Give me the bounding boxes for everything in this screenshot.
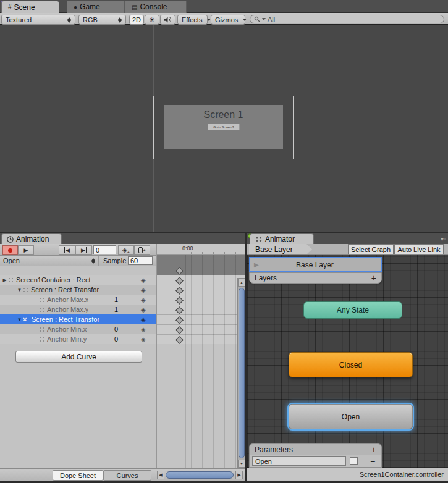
breadcrumb-base-layer[interactable]: Base Layer: [249, 244, 312, 254]
keyframe-toggle-icon[interactable]: ◈: [141, 316, 146, 323]
select-graph-button[interactable]: Select Graph: [348, 244, 394, 254]
draw-mode-label: Textured: [6, 16, 32, 23]
tab-scene[interactable]: # Scene: [1, 1, 59, 13]
scroll-up-button[interactable]: ▲: [238, 279, 245, 287]
rect-transform-icon: [23, 287, 28, 293]
animation-property-row[interactable]: Anchor Min.x0◈: [0, 324, 156, 334]
animation-property-row[interactable]: Anchor Max.y1◈: [0, 304, 156, 314]
keyframe-diamond[interactable]: [175, 336, 184, 344]
record-button[interactable]: [2, 245, 18, 255]
foldout-icon[interactable]: ▶: [1, 277, 8, 283]
layers-header[interactable]: Layers +: [249, 272, 382, 284]
animation-property-row[interactable]: ▶Screen1Container : Rect◈: [0, 275, 156, 285]
add-event-button[interactable]: +: [134, 245, 150, 255]
toolbar-spacer: [34, 245, 59, 255]
color-mode-label: RGB: [83, 16, 98, 23]
state-any-state[interactable]: Any State: [303, 301, 402, 319]
pane-menu-icon[interactable]: ▾≡: [441, 236, 446, 242]
scroll-left-button[interactable]: ◀: [157, 471, 164, 479]
tab-animator[interactable]: Animator: [250, 233, 314, 244]
add-layer-button[interactable]: +: [371, 273, 376, 283]
parameter-bool-checkbox[interactable]: [350, 457, 358, 465]
dopesheet-timeline[interactable]: 0:00 ▲ ▼: [156, 244, 245, 468]
parameters-header[interactable]: Parameters +: [249, 443, 382, 455]
keyframe-toggle-icon[interactable]: ◈: [141, 287, 146, 293]
search-value: All: [268, 15, 275, 23]
frame-field[interactable]: 0: [93, 245, 116, 254]
audio-toggle-button[interactable]: [160, 15, 175, 25]
keyframe-diamond[interactable]: [175, 326, 184, 334]
keyframe-toggle-icon[interactable]: ◈: [141, 296, 146, 303]
toggle-2d-button[interactable]: 2D: [129, 15, 144, 25]
prev-keyframe-button[interactable]: ◀: [59, 245, 75, 255]
animation-property-row[interactable]: Anchor Min.y0◈: [0, 334, 156, 344]
animator-window: Animator ▾≡ Base Layer Select Graph Auto…: [247, 233, 448, 481]
scene-search-input[interactable]: All: [250, 15, 444, 23]
state-closed-label: Closed: [339, 361, 362, 369]
property-value[interactable]: 0: [114, 326, 118, 333]
auto-live-link-button[interactable]: Auto Live Link: [394, 244, 444, 254]
layer-row-base-layer[interactable]: ▶ Base Layer: [249, 257, 382, 272]
keyframe-diamond[interactable]: [175, 277, 184, 285]
tab-game-label: Game: [80, 2, 100, 11]
add-parameter-button[interactable]: +: [371, 445, 376, 455]
foldout-icon[interactable]: ▼: [16, 287, 23, 293]
property-label: Anchor Min.x: [47, 326, 87, 333]
keyframe-toggle-icon[interactable]: ◈: [141, 277, 146, 284]
keyframe-toggle-icon[interactable]: ◈: [141, 306, 146, 313]
next-key-icon: ▶: [81, 247, 87, 253]
timeline-vscrollbar[interactable]: ▲ ▼: [237, 278, 245, 468]
scroll-right-button[interactable]: ▶: [235, 471, 243, 479]
play-button[interactable]: ▶: [18, 245, 34, 255]
draw-mode-dropdown[interactable]: Textured: [1, 15, 75, 25]
foldout-icon[interactable]: ▼: [16, 317, 23, 322]
state-closed[interactable]: Closed: [289, 352, 413, 377]
sun-icon: ☀: [149, 16, 155, 24]
keyframe-diamond[interactable]: [175, 296, 184, 304]
screen1-panel[interactable]: Screen 1 Go to Screen 2: [164, 105, 283, 149]
gizmos-dropdown[interactable]: Gizmos: [211, 15, 245, 25]
add-curve-button[interactable]: Add Curve: [15, 351, 142, 363]
animator-graph[interactable]: Any State Closed Open ▶ Base Layer Layer…: [247, 255, 448, 468]
keyframe-diamond[interactable]: [175, 287, 184, 295]
animation-window: Animation ▶ ◀ ▶ 0 ◈+ + Open Sample 60: [0, 233, 245, 481]
animation-property-row[interactable]: Anchor Max.x1◈: [0, 295, 156, 304]
property-label: Anchor Max.x: [47, 296, 88, 303]
tab-game[interactable]: ● Game: [67, 1, 125, 13]
tab-console[interactable]: ▤ Console: [125, 1, 187, 13]
add-keyframe-button[interactable]: ◈+: [118, 245, 134, 255]
chevron-down-icon: [243, 19, 247, 21]
scroll-down-button[interactable]: ▼: [238, 460, 245, 468]
property-value[interactable]: 1: [114, 306, 118, 313]
updown-icon: [91, 258, 95, 264]
keyframe-toggle-icon[interactable]: ◈: [141, 336, 146, 343]
tab-animation[interactable]: Animation: [1, 233, 62, 244]
curves-tab[interactable]: Curves: [103, 470, 151, 481]
color-mode-dropdown[interactable]: RGB: [78, 15, 126, 25]
lighting-toggle-button[interactable]: ☀: [145, 15, 159, 25]
scene-view[interactable]: Screen 1 Go to Screen 2: [0, 25, 448, 232]
property-label: Screen : Rect Transfor: [31, 286, 99, 293]
keyframe-diamond[interactable]: [175, 316, 184, 324]
next-keyframe-button[interactable]: ▶: [75, 245, 92, 255]
state-any-state-label: Any State: [337, 306, 369, 314]
vscroll-thumb[interactable]: [239, 288, 245, 458]
hscroll-thumb[interactable]: [166, 471, 234, 479]
property-value[interactable]: 0: [114, 335, 118, 343]
effects-dropdown[interactable]: Effects: [177, 15, 208, 25]
dope-sheet-tab[interactable]: Dope Sheet: [53, 470, 103, 481]
animation-property-row[interactable]: ▼Screen : Rect Transfor◈: [0, 285, 156, 295]
animation-property-row[interactable]: ▼×Screen : Rect Transfor◈: [0, 314, 156, 324]
parameter-name-field[interactable]: Open: [252, 456, 346, 466]
state-open[interactable]: Open: [289, 404, 413, 429]
keyframe-diamond[interactable]: [175, 267, 184, 275]
remove-parameter-button[interactable]: −: [370, 456, 375, 466]
sample-field[interactable]: 60: [128, 256, 153, 265]
keyframe-diamond[interactable]: [175, 306, 184, 314]
clip-dropdown[interactable]: Open: [0, 256, 99, 266]
keyframe-toggle-icon[interactable]: ◈: [141, 326, 146, 333]
scene-toolbar: Textured RGB 2D ☀ Effects Gizmos: [0, 13, 448, 25]
search-icon: [254, 16, 260, 22]
property-value[interactable]: 1: [114, 296, 118, 303]
goto-screen2-button[interactable]: Go to Screen 2: [208, 124, 240, 130]
